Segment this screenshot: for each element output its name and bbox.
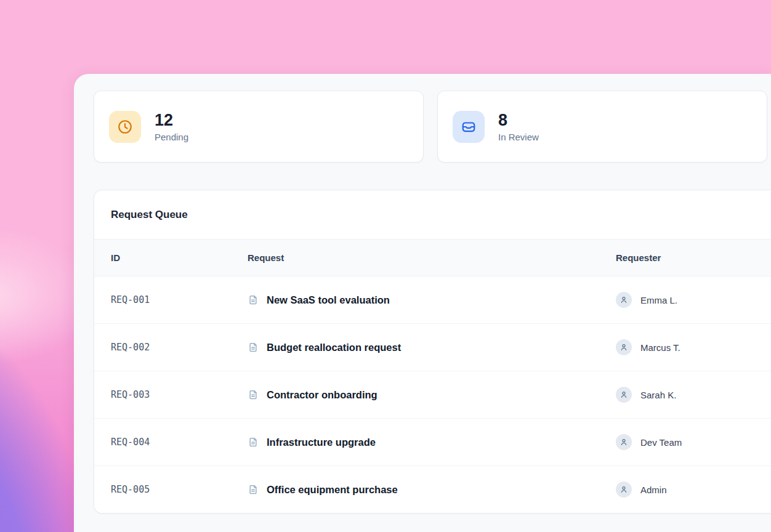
request-title: Budget reallocation request	[267, 342, 401, 353]
document-icon	[248, 484, 259, 495]
request-title: Contractor onboarding	[267, 389, 377, 401]
request-title: New SaaS tool evaluation	[267, 294, 390, 306]
avatar	[616, 434, 632, 450]
avatar	[616, 482, 632, 498]
requester-name: Emma L.	[640, 295, 677, 305]
main-panel: 12 Pending 8 In Review Request Queue	[74, 74, 771, 532]
in-review-count: 8	[498, 111, 539, 130]
requester-name: Dev Team	[640, 437, 682, 448]
table-title: Request Queue	[94, 190, 771, 240]
request-title: Infrastructure upgrade	[267, 437, 376, 448]
requester-name: Marcus T.	[640, 342, 680, 353]
avatar	[616, 339, 632, 355]
column-header-requester: Requester	[616, 252, 771, 263]
column-header-id: ID	[111, 252, 248, 263]
in-review-label: In Review	[498, 132, 539, 142]
request-id: REQ-001	[111, 294, 248, 305]
stat-card-in-review: 8 In Review	[437, 91, 767, 163]
document-icon	[248, 437, 259, 448]
avatar	[616, 387, 632, 403]
clock-icon	[109, 111, 141, 143]
table-row[interactable]: REQ-002 Budget reallocation request Marc…	[94, 323, 771, 371]
stat-text-pending: 12 Pending	[155, 111, 188, 142]
request-id: REQ-004	[111, 437, 248, 448]
request-queue-card: Request Queue ID Request Requester REQ-0…	[94, 190, 771, 514]
stat-cards-row: 12 Pending 8 In Review	[94, 91, 767, 163]
table-row[interactable]: REQ-004 Infrastructure upgrade Dev Team	[94, 418, 771, 465]
document-icon	[248, 389, 259, 400]
avatar	[616, 292, 632, 308]
request-id: REQ-002	[111, 342, 248, 353]
document-icon	[248, 294, 259, 305]
inbox-icon	[453, 111, 485, 143]
requester-name: Sarah K.	[640, 390, 676, 400]
table-row[interactable]: REQ-001 New SaaS tool evaluation Emma L.	[94, 276, 771, 323]
table-body: REQ-001 New SaaS tool evaluation Emma L.	[94, 276, 771, 513]
requester-name: Admin	[640, 485, 667, 495]
stat-card-pending: 12 Pending	[94, 91, 424, 163]
column-header-request: Request	[248, 252, 616, 263]
table-row[interactable]: REQ-005 Office equipment purchase Admin	[94, 465, 771, 513]
pending-count: 12	[155, 111, 188, 130]
document-icon	[248, 342, 259, 353]
table-header-row: ID Request Requester	[94, 240, 771, 276]
table-row[interactable]: REQ-003 Contractor onboarding Sarah K.	[94, 371, 771, 418]
request-title: Office equipment purchase	[267, 484, 398, 496]
stat-text-in-review: 8 In Review	[498, 111, 539, 142]
page-background: 12 Pending 8 In Review Request Queue	[0, 0, 771, 532]
pending-label: Pending	[155, 132, 188, 142]
request-id: REQ-003	[111, 389, 248, 400]
request-id: REQ-005	[111, 484, 248, 495]
